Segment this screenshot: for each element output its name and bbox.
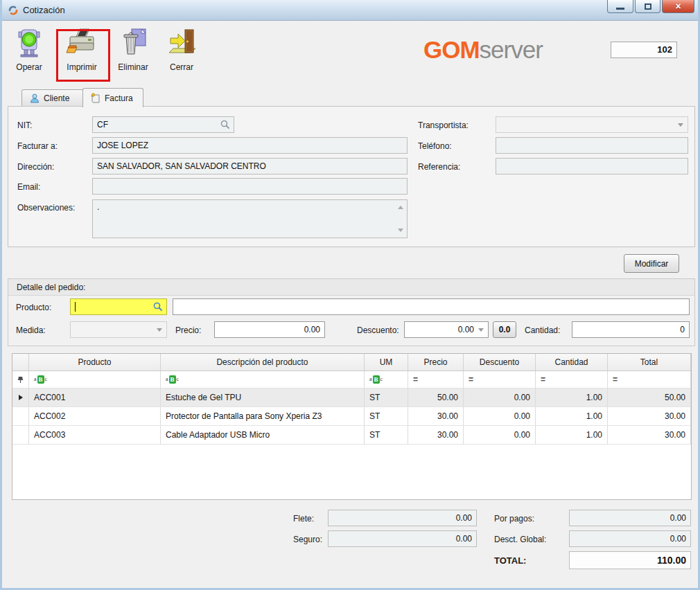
scroll-up-icon[interactable] bbox=[398, 206, 403, 209]
header-cantidad[interactable]: Cantidad bbox=[536, 354, 608, 371]
person-icon bbox=[29, 93, 40, 104]
cantidad-field[interactable]: 0 bbox=[572, 321, 690, 338]
filter-um[interactable]: aBc bbox=[365, 371, 408, 388]
filter-precio[interactable]: = bbox=[408, 371, 464, 388]
table-row[interactable]: ACC001 Estuche de Gel TPU ST 50.00 0.00 … bbox=[12, 388, 691, 407]
cell-total[interactable]: 50.00 bbox=[608, 388, 691, 407]
nit-search-icon[interactable] bbox=[220, 119, 231, 130]
filter-total[interactable]: = bbox=[608, 371, 691, 388]
cantidad-value: 0 bbox=[680, 325, 685, 334]
header-producto[interactable]: Producto bbox=[29, 354, 161, 371]
direccion-field[interactable]: SAN SALVADOR, SAN SALVADOR CENTRO bbox=[92, 158, 408, 175]
imprimir-button[interactable]: Imprimir bbox=[60, 26, 103, 72]
maximize-button[interactable] bbox=[635, 0, 660, 13]
products-grid: Producto Descripción del producto UM Pre… bbox=[12, 353, 692, 500]
table-row[interactable]: ACC003 Cable Adaptador USB Micro ST 30.0… bbox=[12, 426, 691, 445]
close-button[interactable]: × bbox=[662, 0, 694, 13]
email-label: Email: bbox=[17, 182, 40, 192]
cell-cantidad[interactable]: 1.00 bbox=[536, 388, 608, 407]
text-filter-icon: aBc bbox=[34, 375, 47, 384]
imprimir-label: Imprimir bbox=[60, 62, 103, 72]
cell-precio[interactable]: 50.00 bbox=[408, 388, 464, 407]
cell-precio[interactable]: 30.00 bbox=[408, 407, 464, 426]
operar-button[interactable]: Operar bbox=[8, 26, 51, 72]
filter-descripcion[interactable]: aBc bbox=[161, 371, 365, 388]
flete-value: 0.00 bbox=[456, 513, 472, 523]
cell-total[interactable]: 30.00 bbox=[608, 426, 691, 445]
flete-field[interactable]: 0.00 bbox=[328, 510, 477, 526]
filter-cantidad[interactable]: = bbox=[536, 371, 608, 388]
email-field[interactable] bbox=[92, 178, 408, 195]
transportista-label: Transportista: bbox=[418, 120, 469, 130]
document-number-field[interactable]: 102 bbox=[611, 42, 677, 58]
brand-gom: GOM bbox=[423, 36, 480, 63]
filter-producto[interactable]: aBc bbox=[29, 371, 161, 388]
header-total[interactable]: Total bbox=[608, 354, 691, 371]
invoice-scroll-icon bbox=[90, 93, 101, 104]
header-descripcion[interactable]: Descripción del producto bbox=[161, 354, 365, 371]
seguro-field[interactable]: 0.00 bbox=[328, 530, 477, 547]
operar-label: Operar bbox=[8, 62, 51, 72]
equals-filter-icon: = bbox=[413, 375, 418, 384]
modificar-button[interactable]: Modificar bbox=[624, 254, 679, 273]
flete-label: Flete: bbox=[293, 514, 314, 524]
telefono-label: Teléfono: bbox=[418, 141, 452, 151]
cell-descuento[interactable]: 0.00 bbox=[464, 407, 536, 426]
medida-dropdown[interactable] bbox=[70, 321, 167, 338]
tab-cliente[interactable]: Cliente bbox=[21, 89, 84, 107]
titlebar[interactable]: Cotización × bbox=[0, 0, 700, 21]
precio-field[interactable]: 0.00 bbox=[214, 321, 325, 338]
cell-cantidad[interactable]: 1.00 bbox=[536, 426, 608, 445]
cell-um[interactable]: ST bbox=[365, 407, 408, 426]
cell-total[interactable]: 30.00 bbox=[608, 407, 691, 426]
header-um[interactable]: UM bbox=[365, 354, 408, 371]
cell-producto[interactable]: ACC002 bbox=[29, 407, 161, 426]
referencia-field[interactable] bbox=[496, 158, 688, 175]
cell-descuento[interactable]: 0.00 bbox=[464, 388, 536, 407]
descuento-field[interactable]: 0.00 bbox=[404, 321, 489, 338]
minimize-button[interactable] bbox=[607, 0, 633, 13]
observaciones-label: Observaciones: bbox=[17, 203, 75, 213]
scroll-down-icon[interactable] bbox=[398, 229, 403, 232]
eliminar-button[interactable]: Eliminar bbox=[112, 26, 155, 72]
cell-precio[interactable]: 30.00 bbox=[408, 426, 464, 445]
cell-producto[interactable]: ACC001 bbox=[29, 388, 161, 407]
cell-cantidad[interactable]: 1.00 bbox=[536, 407, 608, 426]
cell-um[interactable]: ST bbox=[365, 426, 408, 445]
cell-descripcion[interactable]: Protector de Pantalla para Sony Xperia Z… bbox=[161, 407, 365, 426]
cell-descripcion[interactable]: Estuche de Gel TPU bbox=[161, 388, 365, 407]
producto-search-icon[interactable] bbox=[152, 301, 164, 312]
desct-global-label: Desct. Global: bbox=[494, 535, 546, 544]
tab-factura[interactable]: Factura bbox=[82, 88, 143, 107]
total-field: 110.00 bbox=[569, 551, 691, 569]
chevron-down-icon[interactable] bbox=[478, 328, 484, 332]
chevron-down-icon[interactable] bbox=[678, 123, 683, 127]
table-row[interactable]: ACC002 Protector de Pantalla para Sony X… bbox=[12, 407, 691, 426]
desct-global-field[interactable]: 0.00 bbox=[569, 530, 691, 547]
por-pagos-field[interactable]: 0.00 bbox=[569, 510, 691, 526]
filter-descuento[interactable]: = bbox=[464, 371, 536, 388]
current-row-arrow-icon bbox=[19, 395, 23, 400]
equals-filter-icon: = bbox=[469, 375, 473, 384]
precio-value: 0.00 bbox=[304, 325, 320, 334]
filter-pin-icon[interactable] bbox=[12, 371, 29, 388]
header-precio[interactable]: Precio bbox=[408, 354, 464, 371]
cell-descuento[interactable]: 0.00 bbox=[464, 426, 536, 445]
producto-descripcion-field[interactable] bbox=[173, 298, 690, 315]
transportista-dropdown[interactable] bbox=[496, 116, 688, 133]
tab-cliente-label: Cliente bbox=[44, 93, 69, 103]
chevron-down-icon[interactable] bbox=[157, 328, 162, 332]
cerrar-button[interactable]: Cerrar bbox=[160, 26, 203, 72]
header-descuento[interactable]: Descuento bbox=[464, 354, 536, 371]
grid-filter-row: aBc aBc aBc = = = = bbox=[12, 371, 691, 388]
cell-producto[interactable]: ACC003 bbox=[29, 426, 161, 445]
cell-descripcion[interactable]: Cable Adaptador USB Micro bbox=[161, 426, 365, 445]
descuento-percent-button[interactable]: 0.0 bbox=[493, 321, 516, 338]
gomserver-logo: GOMserver bbox=[423, 36, 543, 64]
cell-um[interactable]: ST bbox=[365, 388, 408, 407]
producto-lookup-field[interactable] bbox=[70, 298, 167, 315]
facturar-field[interactable]: JOSE LOPEZ bbox=[92, 137, 408, 154]
nit-field[interactable]: CF bbox=[92, 116, 234, 133]
telefono-field[interactable] bbox=[496, 137, 688, 154]
observaciones-field[interactable]: . bbox=[92, 199, 408, 238]
